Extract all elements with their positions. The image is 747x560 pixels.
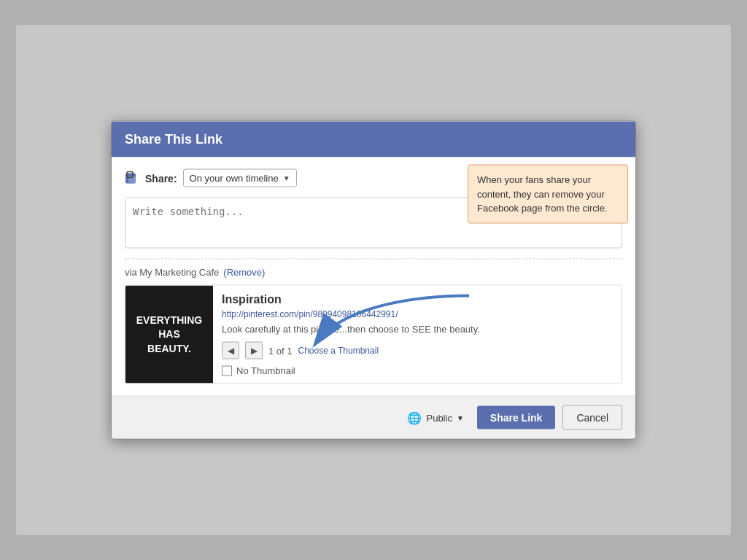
- no-thumbnail-checkbox[interactable]: [222, 365, 232, 376]
- choose-thumbnail-link[interactable]: Choose a Thumbnail: [298, 346, 379, 356]
- chevron-down-icon: ▼: [457, 413, 464, 421]
- tooltip-box: When your fans share your content, they …: [468, 165, 628, 224]
- link-card-title: Inspiration: [222, 293, 614, 306]
- link-card-description: Look carefully at this picture...then ch…: [222, 324, 614, 335]
- public-label: Public: [426, 412, 452, 423]
- remove-link[interactable]: (Remove): [223, 267, 265, 278]
- link-card-thumbnail: EVERYTHINGHASBEAUTY.: [125, 286, 213, 384]
- globe-icon: 🌐: [407, 411, 422, 424]
- public-dropdown[interactable]: 🌐 Public ▼: [407, 411, 463, 424]
- link-card-image-text: EVERYTHINGHASBEAUTY.: [131, 307, 209, 362]
- share-label: Share:: [145, 172, 177, 184]
- thumbnail-controls: ◀ ▶ 1 of 1 Choose a Thumbnail: [222, 342, 614, 359]
- modal-header: Share This Link: [112, 122, 635, 158]
- via-text: via My Marketing Cafe: [125, 267, 219, 278]
- share-dropdown-value: On your own timeline: [190, 173, 279, 184]
- page-wrapper: Share This Link Share: On your own timel…: [16, 25, 731, 535]
- share-dropdown[interactable]: On your own timeline ▼: [183, 169, 297, 187]
- share-icon: [125, 171, 139, 185]
- chevron-down-icon: ▼: [283, 174, 290, 182]
- via-row: via My Marketing Cafe (Remove): [125, 267, 622, 278]
- tooltip-text: When your fans share your content, they …: [477, 174, 607, 214]
- share-dialog: Share This Link Share: On your own timel…: [111, 121, 636, 440]
- link-card-url: http://pinterest.com/pin/980940981064429…: [222, 309, 614, 319]
- modal-footer: 🌐 Public ▼ Share Link Cancel: [112, 396, 635, 439]
- link-card: EVERYTHINGHASBEAUTY. Inspiration http://…: [125, 285, 622, 384]
- divider: [125, 259, 622, 260]
- no-thumbnail-row: No Thumbnail: [222, 365, 614, 376]
- next-thumbnail-button[interactable]: ▶: [245, 342, 263, 359]
- modal-title: Share This Link: [125, 132, 222, 147]
- link-card-content: Inspiration http://pinterest.com/pin/980…: [222, 286, 622, 384]
- modal-body: Share: On your own timeline ▼ When your …: [112, 158, 635, 396]
- no-thumbnail-label: No Thumbnail: [236, 365, 295, 376]
- prev-thumbnail-button[interactable]: ◀: [222, 342, 239, 359]
- thumbnail-count: 1 of 1: [268, 345, 293, 356]
- share-link-button[interactable]: Share Link: [477, 406, 556, 429]
- cancel-button[interactable]: Cancel: [562, 405, 622, 430]
